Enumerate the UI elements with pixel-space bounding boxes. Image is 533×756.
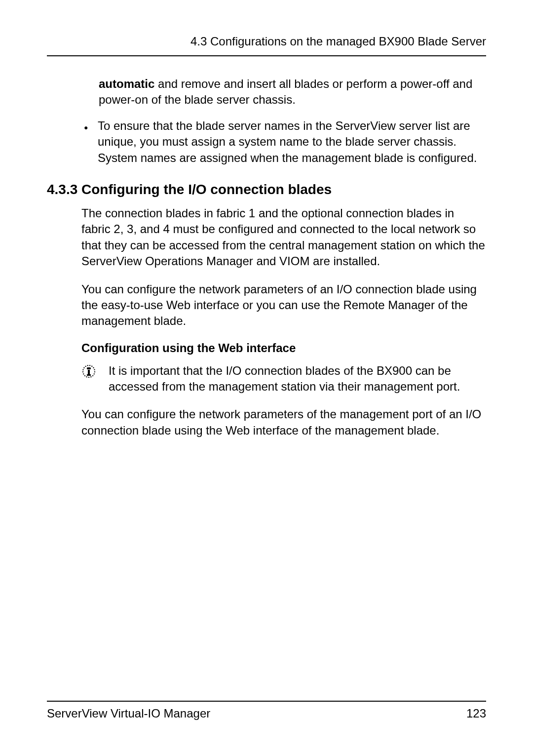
page-footer: ServerView Virtual-IO Manager 123 [47, 701, 486, 720]
section-number: 4.3.3 [47, 182, 81, 198]
intro-rest-text: and remove and insert all blades or perf… [99, 77, 472, 106]
svg-rect-3 [87, 374, 91, 376]
body-paragraph-1: The connection blades in fabric 1 and th… [81, 205, 486, 270]
info-text: It is important that the I/O connection … [109, 363, 486, 395]
body-paragraph-3: You can configure the network parameters… [81, 406, 486, 438]
intro-bold-word: automatic [99, 77, 154, 90]
svg-rect-1 [87, 367, 91, 369]
running-header: 4.3 Configurations on the managed BX900 … [47, 35, 486, 48]
info-note: It is important that the I/O connection … [81, 363, 486, 395]
info-icon [81, 363, 109, 379]
intro-continuation-paragraph: automatic and remove and insert all blad… [99, 76, 486, 108]
subheading: Configuration using the Web interface [81, 341, 486, 355]
body-paragraph-2: You can configure the network parameters… [81, 281, 486, 329]
section-heading: 4.3.3 Configuring the I/O connection bla… [47, 182, 486, 198]
footer-row: ServerView Virtual-IO Manager 123 [47, 707, 486, 720]
bullet-text: To ensure that the blade server names in… [98, 118, 486, 166]
document-page: 4.3 Configurations on the managed BX900 … [0, 0, 533, 756]
header-rule [47, 55, 486, 56]
footer-left: ServerView Virtual-IO Manager [47, 707, 210, 720]
bullet-marker: ● [84, 118, 98, 132]
section-title: Configuring the I/O connection blades [81, 182, 332, 198]
page-number: 123 [466, 707, 486, 720]
footer-rule [47, 701, 486, 702]
bullet-item: ● To ensure that the blade server names … [84, 118, 486, 166]
